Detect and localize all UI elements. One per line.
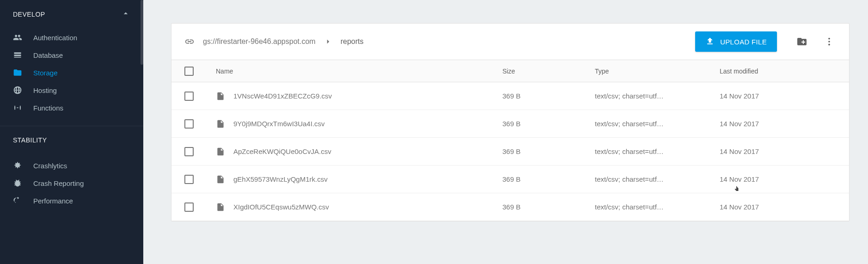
table-header: Name Size Type Last modified <box>171 60 849 82</box>
cursor-icon <box>732 185 740 195</box>
cell-modified: 14 Nov 2017 <box>720 147 849 155</box>
file-table: Name Size Type Last modified 1VNscWe4D91… <box>171 60 849 221</box>
svg-point-0 <box>14 107 16 109</box>
table-body: 1VNscWe4D91xZBECZcG9.csv369 Btext/csv; c… <box>171 82 849 221</box>
storage-card: gs://firestarter-96e46.appspot.com repor… <box>171 23 850 221</box>
table-row[interactable]: 1VNscWe4D91xZBECZcG9.csv369 Btext/csv; c… <box>171 82 849 110</box>
section-title: DEVELOP <box>13 11 45 18</box>
bug-icon <box>13 178 22 188</box>
sidebar-item-crash-reporting[interactable]: Crash Reporting <box>0 174 143 192</box>
file-icon <box>216 203 225 212</box>
sidebar-item-label: Functions <box>33 104 63 112</box>
sidebar-section-stability: STABILITY Crashlytics Crash Reporting Pe… <box>0 126 143 209</box>
cell-name[interactable]: XIgdIOfU5CEqswu5zMWQ.csv <box>216 203 502 212</box>
row-checkbox[interactable] <box>184 203 194 212</box>
table-row[interactable]: 9Y0j9MDQrxTm6wI3Ua4I.csv369 Btext/csv; c… <box>171 110 849 138</box>
file-icon <box>216 119 225 129</box>
cell-name[interactable]: gEhX59573WnzLyQgM1rk.csv <box>216 175 502 184</box>
file-name: 9Y0j9MDQrxTm6wI3Ua4I.csv <box>233 120 325 128</box>
sidebar-item-performance[interactable]: Performance <box>0 192 143 209</box>
sidebar-item-label: Authentication <box>33 34 77 42</box>
section-title: STABILITY <box>13 136 47 144</box>
svg-point-1 <box>20 107 21 109</box>
cell-type: text/csv; charset=utf… <box>595 203 720 211</box>
column-header-modified[interactable]: Last modified <box>720 68 849 75</box>
column-header-name[interactable]: Name <box>216 68 502 75</box>
sidebar-item-label: Storage <box>33 69 58 77</box>
cell-modified: 14 Nov 2017 <box>720 203 849 211</box>
globe-icon <box>13 86 22 95</box>
breadcrumb: gs://firestarter-96e46.appspot.com repor… <box>184 37 695 47</box>
sidebar-item-hosting[interactable]: Hosting <box>0 81 143 99</box>
database-icon <box>13 50 22 60</box>
file-icon <box>216 147 225 156</box>
cell-modified: 14 Nov 2017 <box>720 120 849 128</box>
cell-size: 369 B <box>502 203 595 211</box>
breadcrumb-path[interactable]: reports <box>341 37 364 46</box>
scrollbar[interactable] <box>141 0 143 65</box>
sidebar: DEVELOP Authentication Database <box>0 0 143 264</box>
section-header-stability[interactable]: STABILITY <box>0 126 143 154</box>
cell-name[interactable]: 1VNscWe4D91xZBECZcG9.csv <box>216 92 502 101</box>
sidebar-item-label: Crashlytics <box>33 162 67 170</box>
sidebar-item-label: Database <box>33 51 63 59</box>
breadcrumb-bucket[interactable]: gs://firestarter-96e46.appspot.com <box>203 37 316 46</box>
file-icon <box>216 175 225 184</box>
cell-size: 369 B <box>502 175 595 183</box>
table-row[interactable]: XIgdIOfU5CEqswu5zMWQ.csv369 Btext/csv; c… <box>171 193 849 221</box>
upload-label: UPLOAD FILE <box>720 38 767 46</box>
file-name: XIgdIOfU5CEqswu5zMWQ.csv <box>233 203 329 211</box>
row-checkbox[interactable] <box>184 119 194 129</box>
cell-size: 369 B <box>502 92 595 100</box>
column-header-size[interactable]: Size <box>502 68 595 75</box>
chevron-right-icon <box>324 37 332 46</box>
folder-icon <box>13 68 22 77</box>
row-checkbox[interactable] <box>184 175 194 184</box>
table-row[interactable]: gEhX59573WnzLyQgM1rk.csv369 Btext/csv; c… <box>171 166 849 193</box>
sidebar-item-label: Crash Reporting <box>33 179 84 187</box>
gauge-icon <box>13 196 22 205</box>
cell-modified: 14 Nov 2017 <box>720 92 849 100</box>
column-header-type[interactable]: Type <box>595 68 720 75</box>
cell-type: text/csv; charset=utf… <box>595 120 720 128</box>
section-header-develop[interactable]: DEVELOP <box>0 2 143 26</box>
cell-size: 369 B <box>502 147 595 155</box>
file-name: ApZceReKWQiQUe0oCvJA.csv <box>233 147 331 155</box>
upload-icon <box>705 37 715 47</box>
file-name: gEhX59573WnzLyQgM1rk.csv <box>233 175 328 183</box>
cell-name[interactable]: ApZceReKWQiQUe0oCvJA.csv <box>216 147 502 156</box>
svg-point-2 <box>828 38 830 40</box>
sidebar-item-crashlytics[interactable]: Crashlytics <box>0 157 143 174</box>
cell-type: text/csv; charset=utf… <box>595 175 720 183</box>
crashlytics-icon <box>13 161 22 170</box>
functions-icon <box>13 103 22 112</box>
upload-file-button[interactable]: UPLOAD FILE <box>695 31 777 52</box>
cell-type: text/csv; charset=utf… <box>595 147 720 155</box>
cell-type: text/csv; charset=utf… <box>595 92 720 100</box>
sidebar-item-database[interactable]: Database <box>0 46 143 64</box>
sidebar-section-develop: DEVELOP Authentication Database <box>0 2 143 126</box>
svg-point-4 <box>828 44 830 46</box>
main-content: gs://firestarter-96e46.appspot.com repor… <box>143 0 868 264</box>
people-icon <box>13 33 22 42</box>
link-icon[interactable] <box>184 37 195 47</box>
sidebar-item-authentication[interactable]: Authentication <box>0 29 143 46</box>
row-checkbox[interactable] <box>184 147 194 156</box>
chevron-up-icon <box>121 9 130 19</box>
toolbar: gs://firestarter-96e46.appspot.com repor… <box>171 24 849 60</box>
file-name: 1VNscWe4D91xZBECZcG9.csv <box>233 92 332 100</box>
cell-name[interactable]: 9Y0j9MDQrxTm6wI3Ua4I.csv <box>216 119 502 129</box>
svg-point-3 <box>828 41 830 43</box>
table-row[interactable]: ApZceReKWQiQUe0oCvJA.csv369 Btext/csv; c… <box>171 138 849 166</box>
select-all-checkbox[interactable] <box>184 67 194 76</box>
sidebar-item-storage[interactable]: Storage <box>0 64 143 81</box>
file-icon <box>216 92 225 101</box>
cell-modified: 14 Nov 2017 <box>720 175 849 183</box>
sidebar-item-functions[interactable]: Functions <box>0 99 143 117</box>
sidebar-item-label: Performance <box>33 197 73 205</box>
more-menu-button[interactable] <box>822 35 836 49</box>
sidebar-item-label: Hosting <box>33 86 57 94</box>
row-checkbox[interactable] <box>184 92 194 101</box>
new-folder-button[interactable] <box>795 34 809 49</box>
toolbar-actions <box>795 34 836 49</box>
